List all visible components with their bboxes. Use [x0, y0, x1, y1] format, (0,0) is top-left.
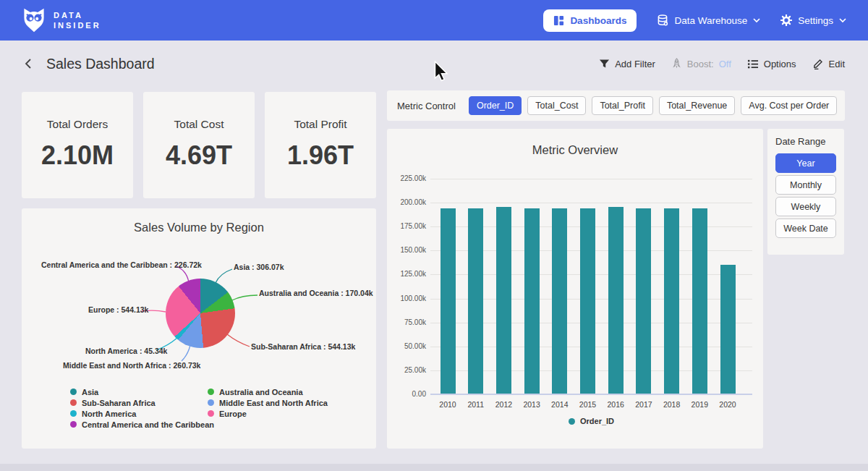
x-axis-line [430, 394, 752, 395]
metric-chip-total-profit[interactable]: Total_Profit [592, 96, 653, 115]
chevron-down-icon [753, 18, 760, 22]
list-icon [747, 59, 759, 69]
bar-2012[interactable] [496, 207, 511, 394]
options-button[interactable]: Options [747, 59, 796, 69]
owl-logo-icon [22, 7, 46, 33]
pie-chart[interactable] [166, 279, 235, 348]
date-range-monthly[interactable]: Monthly [775, 175, 836, 195]
boost-toggle[interactable]: Boost: Off [671, 58, 731, 69]
kpi-cards: Total Orders 2.10M Total Cost 4.69T Tota… [22, 92, 376, 198]
y-axis-tick: 200.00k [388, 199, 426, 206]
bar-2019[interactable] [692, 208, 707, 394]
metric-chip-total-cost[interactable]: Total_Cost [527, 96, 586, 115]
y-axis-tick: 175.00k [388, 223, 426, 230]
metric-chip-avg-cost[interactable]: Avg. Cost per Order [741, 96, 837, 115]
sales-by-region-chart: Sales Volume by Region Central America a… [22, 208, 376, 449]
back-button[interactable] [23, 58, 35, 69]
boost-status: Off [719, 59, 731, 69]
legend-item[interactable]: Australia and Oceania [208, 386, 328, 397]
date-range-label: Date Range [775, 136, 836, 147]
data-warehouse-label: Data Warehouse [674, 15, 747, 26]
kpi-total-profit: Total Profit 1.96T [265, 92, 376, 198]
legend-item[interactable]: Middle East and North Africa [208, 397, 328, 408]
bar-2018[interactable] [664, 208, 679, 394]
dashboards-button[interactable]: Dashboards [543, 9, 637, 32]
brand-name: DATA INSIDER [54, 10, 101, 30]
kpi-total-orders: Total Orders 2.10M [22, 92, 133, 198]
pie-legend-column-2: Australia and Oceania Middle East and No… [208, 386, 328, 419]
pie-label-europe: Europe : 544.13k [88, 305, 148, 314]
kpi-total-cost: Total Cost 4.69T [143, 92, 255, 198]
gridline [430, 203, 752, 203]
metric-chip-total-revenue[interactable]: Total_Revenue [659, 96, 735, 115]
x-axis-tick: 2012 [488, 400, 519, 409]
x-axis-tick: 2013 [516, 400, 547, 409]
legend-item[interactable]: Central America and the Caribbean [70, 419, 214, 430]
bottom-scroll-strip [0, 464, 868, 471]
gridline [430, 179, 752, 179]
legend-dot [70, 410, 77, 417]
x-axis-tick: 2017 [629, 400, 659, 409]
bar-2010[interactable] [441, 208, 456, 394]
settings-menu[interactable]: Settings [780, 14, 846, 26]
pie-label-central-america: Central America and the Caribbean : 226.… [41, 260, 202, 269]
legend-dot [70, 421, 77, 428]
legend-item[interactable]: Europe [208, 408, 328, 419]
date-range-panel: Date Range Year Monthly Weekly Week Date [767, 129, 844, 255]
legend-item[interactable]: Sub-Saharan Africa [70, 397, 214, 408]
x-axis-tick: 2019 [684, 400, 715, 409]
bar-2014[interactable] [552, 208, 567, 394]
database-icon [657, 14, 668, 26]
pie-legend-column-1: Asia Sub-Saharan Africa North America Ce… [70, 386, 214, 430]
bar-2017[interactable] [636, 208, 651, 394]
metric-control-label: Metric Control [397, 101, 456, 111]
y-axis-tick: 125.00k [388, 271, 426, 278]
legend-dot [70, 389, 77, 395]
brand-logo: DATA INSIDER [22, 7, 101, 33]
bar-2015[interactable] [580, 208, 595, 394]
dashboards-label: Dashboards [570, 15, 626, 26]
pencil-icon [812, 58, 824, 69]
pie-label-sub-saharan: Sub-Saharan Africa : 544.13k [251, 342, 355, 351]
y-axis-tick: 50.00k [388, 343, 426, 350]
legend-item[interactable]: North America [70, 408, 214, 419]
y-axis-tick: 0.00 [388, 391, 426, 398]
x-axis-tick: 2016 [600, 400, 631, 409]
bar-chart-legend[interactable]: Order_ID [430, 417, 752, 425]
bar-2020[interactable] [720, 265, 736, 394]
legend-dot [208, 410, 214, 417]
bar-2016[interactable] [608, 207, 624, 394]
bar-2011[interactable] [468, 208, 483, 394]
chevron-down-icon [839, 18, 846, 22]
legend-dot [70, 399, 77, 406]
x-axis-tick: 2010 [433, 400, 463, 409]
x-axis-tick: 2014 [545, 400, 575, 409]
bar-plot-area: 0.0025.00k50.00k75.00k100.00k125.00k150.… [430, 179, 752, 394]
legend-dot [208, 399, 214, 406]
x-axis-tick: 2015 [573, 400, 603, 409]
metric-control-bar: Metric Control Order_ID Total_Cost Total… [387, 90, 845, 121]
pie-label-north-america: North America : 45.34k [85, 347, 167, 355]
edit-button[interactable]: Edit [812, 58, 845, 69]
legend-item[interactable]: Asia [70, 386, 214, 397]
pie-label-australia: Australia and Oceania : 170.04k [259, 289, 373, 297]
pie-label-mena: Middle East and North Africa : 260.73k [63, 361, 200, 370]
x-axis-tick: 2011 [461, 400, 491, 409]
metric-overview-chart: Metric Overview 0.0025.00k50.00k75.00k10… [387, 129, 763, 449]
bar-2013[interactable] [524, 208, 540, 394]
gear-icon [780, 14, 792, 26]
y-axis-tick: 75.00k [388, 319, 426, 326]
y-axis-tick: 25.00k [388, 367, 426, 374]
dashboard-grid-icon [553, 15, 564, 26]
mouse-cursor [434, 61, 448, 82]
date-range-week-date[interactable]: Week Date [775, 218, 836, 238]
add-filter-button[interactable]: Add Filter [599, 59, 655, 69]
metric-chip-order-id[interactable]: Order_ID [469, 96, 522, 115]
date-range-year[interactable]: Year [775, 153, 836, 173]
bar-chart-title: Metric Overview [387, 143, 763, 157]
date-range-weekly[interactable]: Weekly [775, 197, 836, 216]
x-axis-tick: 2020 [712, 400, 743, 409]
data-warehouse-menu[interactable]: Data Warehouse [657, 14, 760, 26]
y-axis-tick: 150.00k [388, 247, 426, 254]
rocket-icon [671, 58, 682, 69]
